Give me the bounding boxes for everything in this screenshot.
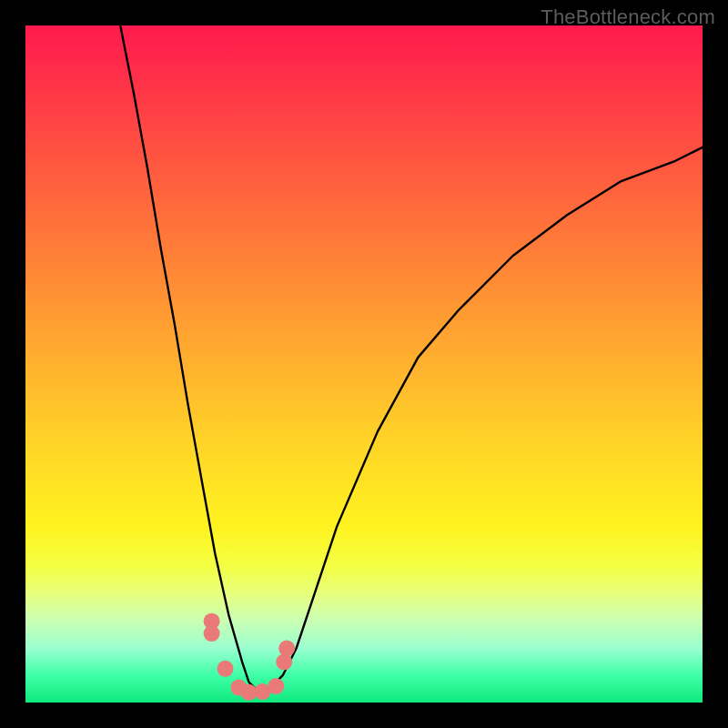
svg-point-1	[204, 625, 220, 642]
svg-point-7	[276, 653, 292, 670]
svg-point-8	[278, 641, 295, 657]
marker-dots	[204, 613, 296, 701]
chart-svg	[25, 25, 703, 703]
plot-area	[25, 25, 703, 703]
chart-frame: TheBottleneck.com	[0, 0, 728, 728]
svg-point-2	[217, 661, 234, 677]
curve-line	[120, 25, 703, 689]
svg-point-6	[268, 678, 284, 694]
